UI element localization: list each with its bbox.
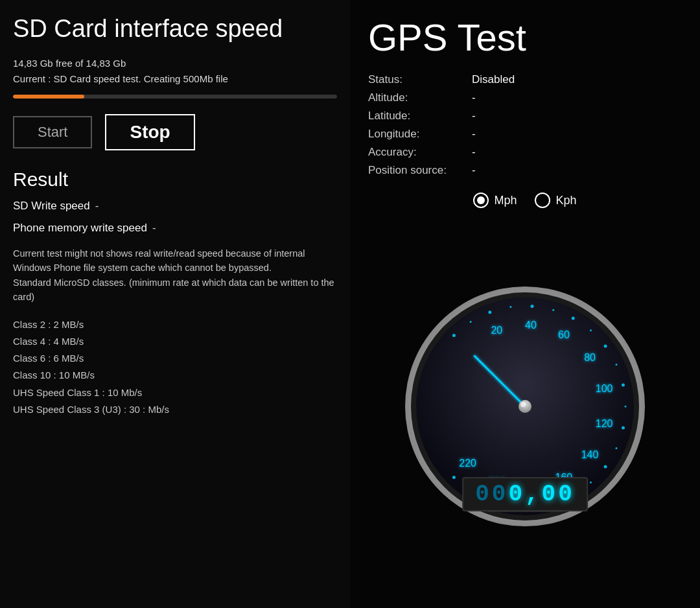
svg-point-8 — [604, 344, 607, 347]
left-panel: SD Card interface speed 14,83 Gb free of… — [0, 0, 350, 608]
longitude-label: Longitude: — [368, 128, 472, 141]
svg-point-0 — [452, 333, 456, 336]
position-source-value: - — [472, 164, 682, 177]
svg-point-15 — [590, 481, 592, 483]
svg-text:60: 60 — [558, 329, 570, 340]
result-title: Result — [13, 169, 337, 191]
kph-option[interactable]: Kph — [535, 193, 576, 208]
class-item: Class 2 : 2 MB/s — [13, 316, 337, 333]
class-item: UHS Speed Class 3 (U3) : 30 : Mb/s — [13, 401, 337, 418]
hub-highlight — [520, 402, 526, 407]
class-item: Class 6 : 6 MB/s — [13, 350, 337, 367]
svg-point-22 — [452, 476, 456, 479]
svg-point-5 — [552, 309, 554, 310]
altitude-value: - — [472, 91, 682, 104]
svg-point-12 — [622, 426, 625, 429]
phone-write-label: Phone memory write speed — [13, 222, 147, 235]
storage-free: 14,83 Gb free of 14,83 Gb — [13, 56, 337, 71]
position-source-label: Position source: — [368, 164, 472, 177]
svg-text:220: 220 — [459, 458, 476, 469]
accuracy-label: Accuracy: — [368, 146, 472, 159]
altitude-label: Altitude: — [368, 91, 472, 104]
svg-text:100: 100 — [596, 383, 613, 394]
gps-title: GPS Test — [368, 16, 682, 59]
mph-label: Mph — [494, 194, 517, 207]
hub — [519, 400, 531, 413]
svg-point-7 — [590, 329, 592, 331]
current-status: Current : SD Card speed test. Creating 5… — [13, 71, 337, 87]
phone-write-value: - — [152, 222, 156, 235]
svg-point-2 — [488, 310, 491, 314]
sd-write-label: SD Write speed — [13, 200, 90, 213]
latitude-label: Latitude: — [368, 110, 472, 123]
class-item: Class 4 : 4 MB/s — [13, 333, 337, 350]
svg-point-13 — [615, 447, 617, 449]
svg-point-9 — [615, 364, 617, 366]
speed-prefix: 00 — [475, 481, 508, 508]
gps-info-grid: Status: Disabled Altitude: - Latitude: -… — [368, 73, 682, 177]
start-button[interactable]: Start — [13, 116, 92, 148]
mph-option[interactable]: Mph — [473, 193, 517, 208]
progress-bar — [13, 95, 337, 99]
svg-point-14 — [604, 465, 607, 468]
speed-value: 0,00 — [508, 481, 574, 508]
mph-radio-fill — [477, 196, 485, 204]
speed-display: 000,00 — [462, 477, 588, 511]
sd-write-value: - — [95, 200, 99, 213]
right-panel: GPS Test Status: Disabled Altitude: - La… — [350, 0, 700, 608]
svg-point-1 — [470, 321, 472, 323]
kph-radio[interactable] — [535, 193, 550, 208]
svg-text:120: 120 — [596, 417, 613, 428]
disclaimer: Current test might not shows real write/… — [13, 246, 337, 305]
storage-info: 14,83 Gb free of 14,83 Gb Current : SD C… — [13, 56, 337, 87]
svg-text:40: 40 — [525, 320, 537, 331]
svg-point-3 — [509, 306, 511, 308]
class-list: Class 2 : 2 MB/s Class 4 : 4 MB/s Class … — [13, 316, 337, 419]
stop-button[interactable]: Stop — [105, 114, 194, 150]
progress-bar-fill — [13, 95, 84, 99]
svg-point-11 — [625, 405, 627, 407]
class-item: Class 10 : 10 MB/s — [13, 367, 337, 384]
svg-text:140: 140 — [581, 449, 599, 460]
svg-text:80: 80 — [584, 352, 596, 363]
longitude-value: - — [472, 128, 682, 141]
svg-text:20: 20 — [491, 324, 502, 335]
speedometer: 20406080100120140160180200220 000,00 — [402, 283, 648, 530]
mph-radio[interactable] — [473, 193, 489, 208]
unit-selector: Mph Kph — [368, 193, 682, 208]
class-item: UHS Speed Class 1 : 10 Mb/s — [13, 384, 337, 401]
accuracy-value: - — [472, 146, 682, 159]
status-label: Status: — [368, 73, 472, 86]
svg-point-6 — [572, 316, 575, 320]
sd-write-result: SD Write speed - — [13, 200, 337, 213]
panel-title: SD Card interface speed — [13, 16, 337, 43]
speedometer-container: 20406080100120140160180200220 000,00 — [368, 220, 682, 592]
latitude-value: - — [472, 110, 682, 123]
button-row: Start Stop — [13, 114, 337, 150]
status-value: Disabled — [472, 73, 682, 86]
kph-label: Kph — [555, 194, 576, 207]
phone-write-result: Phone memory write speed - — [13, 222, 337, 235]
svg-point-10 — [622, 383, 625, 386]
svg-point-4 — [531, 304, 534, 307]
